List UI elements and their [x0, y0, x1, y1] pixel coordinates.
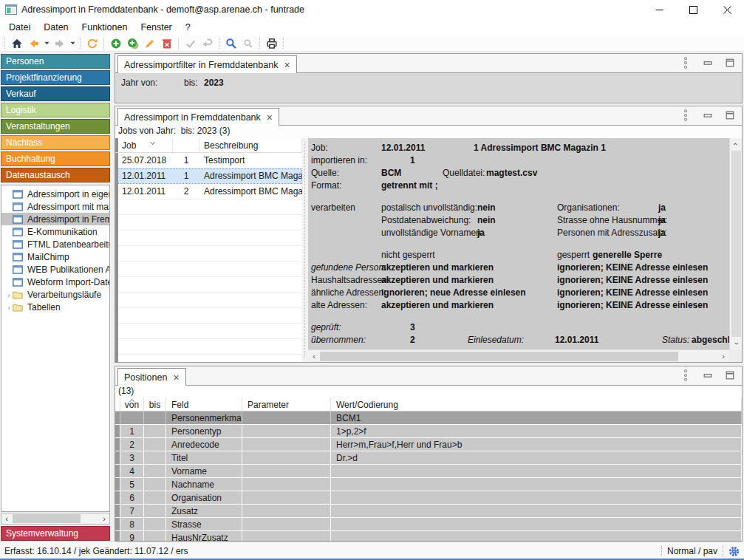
home-icon[interactable] [8, 36, 25, 50]
add-linked-icon[interactable] [124, 36, 141, 50]
search-icon[interactable] [222, 36, 239, 50]
panel-minimize-icon[interactable] [702, 109, 714, 122]
sidebar-item-personen[interactable]: Personen [1, 54, 110, 69]
tree-item-mailchimp[interactable]: MailChimp [1, 250, 109, 263]
sidebar-item-veranstaltungen[interactable]: Veranstaltungen [1, 119, 110, 134]
positions-column-header-parameter[interactable]: Parameter [242, 397, 331, 411]
job-row[interactable]: 25.07.20181Testimport [115, 153, 302, 168]
tree-item-ftml-datenbearbeitun[interactable]: FTML Datenbearbeitun [1, 238, 109, 250]
sidebar-item-verkauf[interactable]: Verkauf [1, 86, 110, 101]
scrollbar-thumb[interactable] [13, 514, 81, 523]
tab-label: Positionen [124, 372, 167, 383]
sidebar-item-buchhaltung[interactable]: Buchhaltung [1, 151, 110, 166]
positions-column-header-feld[interactable]: Feld [166, 397, 242, 411]
positions-row[interactable]: 2AnredecodeHerr>m,Frau>f,Herr und Frau>b [115, 438, 742, 451]
menu-item-funktionen[interactable]: Funktionen [75, 21, 134, 34]
positions-row[interactable]: 3TitelDr.>d [115, 451, 742, 465]
scrollbar-thumb[interactable] [320, 352, 678, 361]
tree-item-adressimport-in-eigene[interactable]: Adressimport in eigene [1, 188, 109, 200]
positions-column-header-von[interactable]: von [120, 397, 144, 411]
sidebar-item-logistik[interactable]: Logistik [1, 103, 110, 117]
panel-maximize-icon[interactable] [724, 56, 736, 69]
panel-controls [680, 56, 736, 69]
positions-row[interactable]: 4Vorname [115, 465, 742, 478]
menu-item-daten[interactable]: Daten [37, 21, 75, 34]
job-column-header-Job[interactable]: Job [115, 138, 173, 152]
positions-column-header-bis[interactable]: bis [144, 397, 166, 411]
job-row[interactable]: 12.01.20111Adressimport BMC Magazi... [115, 168, 302, 184]
tab-close-icon[interactable]: × [267, 113, 273, 122]
sidebar-item-systemverwaltung[interactable]: Systemverwaltung [1, 526, 110, 541]
panel-maximize-icon[interactable] [724, 369, 736, 382]
menu-item-fenster[interactable]: Fenster [134, 21, 178, 34]
forward-icon[interactable] [51, 36, 68, 50]
job-column-header-nr[interactable] [173, 138, 199, 152]
tree-item-adressimport-mit-manu[interactable]: Adressimport mit manu [1, 200, 109, 213]
tab-adressimport[interactable]: Adressimport in Fremddatenbank × [117, 108, 279, 126]
panel-menu-icon[interactable] [680, 56, 692, 69]
scroll-up-icon[interactable]: ‹ [730, 138, 742, 150]
window-close-button[interactable] [710, 0, 744, 19]
tree-item-tabellen[interactable]: ›Tabellen [1, 301, 109, 313]
tab-close-icon[interactable]: × [173, 373, 179, 382]
expand-chevron-icon[interactable]: › [5, 290, 13, 299]
tree-item-verarbeitungsläufe[interactable]: ›Verarbeitungsläufe [1, 288, 109, 301]
positions-cell [242, 478, 331, 491]
refresh-icon[interactable] [83, 36, 100, 50]
positions-row[interactable]: 9HausNrZusatz [115, 531, 742, 541]
positions-row[interactable]: 6Organisation [115, 491, 742, 505]
window-maximize-button[interactable] [676, 0, 710, 19]
row-gutter [115, 425, 120, 437]
menu-item-datei[interactable]: Datei [2, 21, 37, 34]
sidebar-item-nachlass[interactable]: Nachlass [1, 135, 110, 150]
scrollbar-thumb[interactable] [731, 151, 741, 337]
job-column-header-Beschreibung[interactable]: Beschreibung [199, 138, 302, 152]
scroll-right-icon[interactable]: › [99, 514, 109, 524]
tab-adressimportfilter[interactable]: Adressimportfilter in Fremddatenbank × [117, 55, 297, 73]
panel-maximize-icon[interactable] [724, 109, 736, 122]
settings-gear-icon[interactable] [728, 546, 740, 557]
expand-chevron-icon[interactable]: › [5, 303, 13, 312]
search-inactive-icon[interactable] [239, 36, 256, 50]
window-minimize-button[interactable] [642, 0, 676, 19]
detail-horizontal-scrollbar[interactable]: ‹ › [308, 349, 729, 362]
panel-menu-icon[interactable] [680, 109, 692, 122]
scroll-down-icon[interactable]: ‹ [730, 338, 742, 349]
scroll-left-icon[interactable]: ‹ [308, 352, 320, 361]
scroll-left-icon[interactable]: ‹ [1, 514, 12, 524]
delete-icon[interactable] [158, 36, 175, 50]
detail-vertical-scrollbar[interactable]: ‹ ‹ [729, 138, 742, 349]
tree-item-e-kommunikation[interactable]: E-Kommunikation [1, 225, 109, 238]
print-icon[interactable] [263, 36, 280, 50]
scroll-right-icon[interactable]: › [717, 352, 729, 361]
edit-icon[interactable] [141, 36, 158, 50]
job-row[interactable]: 12.01.20112Adressimport BMC Magazi... [115, 184, 302, 199]
tree-item-adressimport-in-fremd[interactable]: Adressimport in Fremd [1, 213, 109, 225]
add-icon[interactable] [107, 36, 124, 50]
panel-minimize-icon[interactable] [702, 369, 714, 382]
positions-row[interactable]: 8Strasse [115, 518, 742, 531]
positions-row[interactable]: 5Nachname [115, 478, 742, 491]
sidebar-item-datenaustausch[interactable]: Datenaustausch [1, 168, 110, 182]
sidebar-horizontal-scrollbar[interactable]: ‹ › [1, 513, 110, 525]
panel-minimize-icon[interactable] [702, 56, 714, 69]
tree-item-web-publikationen-an-[interactable]: WEB Publikationen An- [1, 263, 109, 276]
confirm-icon[interactable] [182, 36, 199, 50]
forward-dropdown-icon[interactable] [68, 36, 77, 50]
positions-column-header-wertcodierung[interactable]: Wert/Codierung [331, 397, 742, 411]
tree-item-webform-import-daten[interactable]: Webform Import-Daten [1, 276, 109, 288]
tab-positionen[interactable]: Positionen × [117, 368, 186, 386]
positions-row[interactable]: PersonenmerkmalBCM1 [115, 412, 742, 425]
back-icon[interactable] [25, 36, 42, 50]
sidebar-item-projektfinanzierung[interactable]: Projektfinanzierung [1, 70, 110, 85]
undo-icon[interactable] [199, 36, 216, 50]
splitter-handle[interactable] [302, 138, 308, 362]
positions-row[interactable]: 7Zusatz [115, 505, 742, 518]
positions-header-gutter [115, 397, 120, 411]
job-table-rows: 25.07.20181Testimport12.01.20111Adressim… [115, 153, 302, 199]
menu-item-?[interactable]: ? [179, 21, 197, 34]
back-dropdown-icon[interactable] [42, 36, 51, 50]
tab-close-icon[interactable]: × [284, 61, 290, 69]
panel-menu-icon[interactable] [680, 369, 692, 382]
positions-row[interactable]: 1Personentyp1>p,2>f [115, 425, 742, 438]
